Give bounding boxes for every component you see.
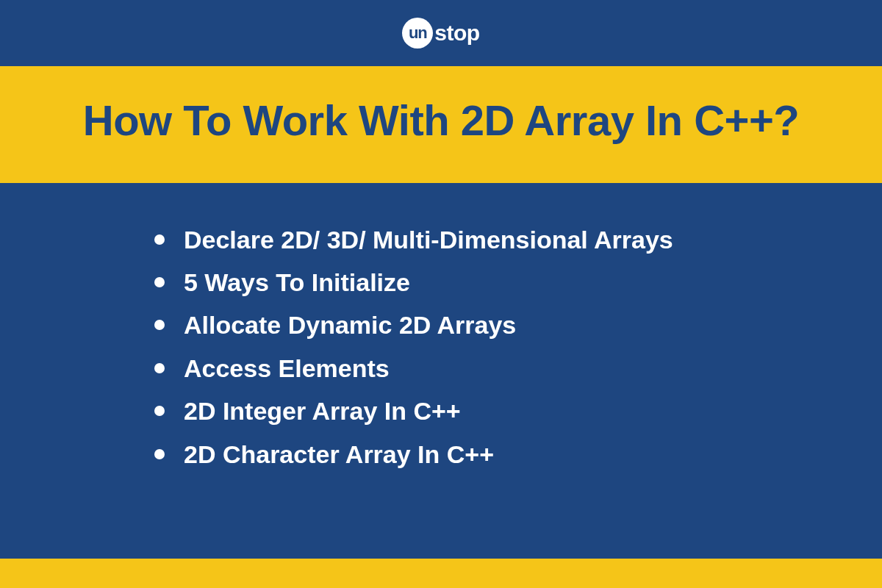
list-item: 5 Ways To Initialize	[154, 261, 831, 304]
logo-circle: un	[402, 18, 433, 49]
header-bar: un stop	[0, 0, 882, 66]
list-item: Declare 2D/ 3D/ Multi-Dimensional Arrays	[154, 218, 831, 261]
list-item: 2D Integer Array In C++	[154, 390, 831, 432]
content-area: Declare 2D/ 3D/ Multi-Dimensional Arrays…	[0, 183, 882, 506]
logo-prefix-text: un	[409, 24, 427, 43]
logo: un stop	[402, 18, 479, 49]
list-item: Access Elements	[154, 347, 831, 390]
list-item: Allocate Dynamic 2D Arrays	[154, 304, 831, 346]
footer-band	[0, 559, 882, 588]
title-band: How To Work With 2D Array In C++?	[0, 66, 882, 183]
bullet-list: Declare 2D/ 3D/ Multi-Dimensional Arrays…	[154, 218, 831, 476]
list-item: 2D Character Array In C++	[154, 433, 831, 476]
logo-suffix-text: stop	[434, 21, 479, 46]
page-title: How To Work With 2D Array In C++?	[51, 94, 831, 148]
